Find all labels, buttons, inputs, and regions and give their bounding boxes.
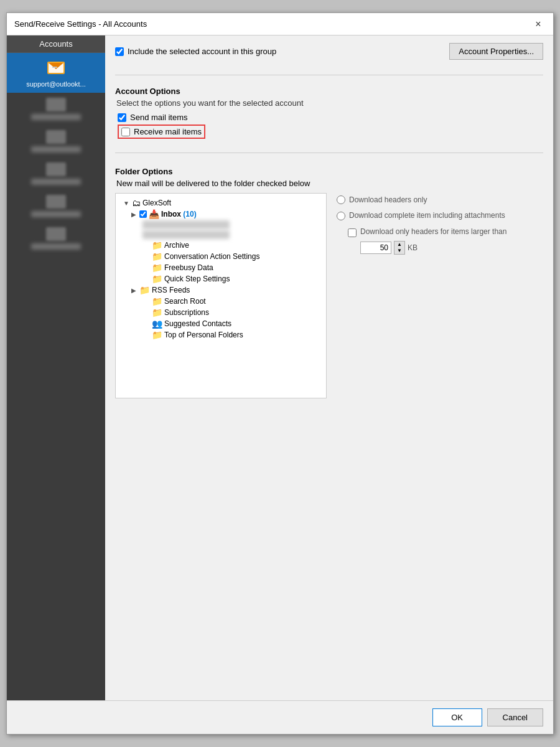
account-label-2 [31, 114, 81, 120]
dialog-title: Send/Receive Settings - All Accounts [14, 19, 147, 29]
send-mail-label: Send mail items [130, 113, 187, 122]
folder-tree[interactable]: ▼ 🗂 GlexSoft ▶ 📥 Inbox (10) [115, 193, 327, 398]
receive-mail-row: Receive mail items [118, 125, 205, 139]
headers-larger-row: Download only headers for items larger t… [348, 227, 543, 237]
svg-rect-3 [52, 67, 57, 68]
glexsoft-expand-icon: ▼ [123, 200, 130, 207]
tree-item-blurred-1 [118, 220, 324, 230]
folder-options-title: Folder Options [115, 167, 543, 176]
sidebar-item-4[interactable] [7, 157, 105, 190]
account-options-section: Account Options Select the options you w… [115, 87, 543, 141]
top-personal-folder-icon: 📁 [152, 330, 162, 340]
account-icon-2 [46, 98, 66, 111]
send-receive-dialog: Send/Receive Settings - All Accounts × A… [6, 12, 554, 735]
kb-label: KB [408, 243, 418, 252]
subscriptions-folder-icon: 📁 [152, 308, 162, 317]
rssfeeds-expand-icon: ▶ [130, 287, 138, 294]
download-headers-only-label: Download headers only [349, 195, 427, 204]
account-icon-6 [46, 227, 66, 241]
size-spinner-down[interactable]: ▼ [394, 248, 404, 254]
conversation-label: Conversation Action Settings [164, 252, 259, 261]
account-label-5 [31, 211, 81, 217]
ok-button[interactable]: OK [432, 708, 482, 726]
quickstep-folder-icon: 📁 [152, 274, 162, 284]
tree-item-inbox[interactable]: ▶ 📥 Inbox (10) [118, 209, 324, 220]
tree-item-conversation-action[interactable]: 📁 Conversation Action Settings [118, 251, 324, 262]
inbox-expand-icon: ▶ [130, 211, 138, 218]
account-properties-button[interactable]: Account Properties... [449, 43, 543, 60]
receive-mail-label: Receive mail items [134, 127, 202, 136]
download-complete-label: Download complete item including attachm… [349, 210, 505, 221]
suggested-contacts-icon: 👥 [152, 319, 162, 329]
sidebar-item-2[interactable] [7, 93, 105, 125]
download-complete-radio[interactable] [337, 212, 345, 220]
glexsoft-folder-icon: 🗂 [132, 198, 141, 208]
account-icon-3 [46, 130, 66, 144]
send-mail-checkbox[interactable] [118, 113, 126, 122]
archive-folder-icon: 📁 [152, 240, 162, 250]
tree-item-freebusy[interactable]: 📁 Freebusy Data [118, 262, 324, 273]
dialog-footer: OK Cancel [7, 700, 553, 734]
freebusy-folder-icon: 📁 [152, 263, 162, 273]
search-root-folder-icon: 📁 [152, 296, 162, 306]
send-mail-row: Send mail items [118, 113, 543, 122]
tree-item-rssfeeds[interactable]: ▶ 📁 RSS Feeds [118, 284, 324, 296]
inbox-folder-icon: 📥 [149, 209, 159, 219]
title-bar: Send/Receive Settings - All Accounts × [7, 13, 553, 35]
dialog-body: Accounts support@outlookt... [7, 35, 553, 700]
search-root-label: Search Root [164, 297, 206, 306]
account-options-title: Account Options [115, 87, 543, 96]
sidebar: Accounts support@outlookt... [7, 35, 105, 700]
archive-label: Archive [164, 241, 189, 250]
tree-item-subscriptions[interactable]: 📁 Subscriptions [118, 307, 324, 318]
receive-mail-checkbox[interactable] [121, 128, 130, 136]
folder-options-subtitle: New mail will be delivered to the folder… [116, 179, 543, 188]
main-content: Include the selected account in this gro… [105, 35, 553, 700]
sidebar-item-6[interactable] [7, 222, 105, 255]
sidebar-item-selected-account[interactable]: support@outlookt... [7, 53, 105, 93]
sidebar-item-3[interactable] [7, 125, 105, 157]
freebusy-label: Freebusy Data [164, 263, 213, 272]
divider-1 [115, 75, 543, 75]
blurred-folder-2 [142, 230, 230, 239]
headers-only-sub: Download only headers for items larger t… [348, 227, 543, 255]
suggested-contacts-label: Suggested Contacts [164, 319, 231, 328]
cancel-button[interactable]: Cancel [487, 708, 543, 726]
divider-2 [115, 153, 543, 153]
tree-item-quickstep[interactable]: 📁 Quick Step Settings [118, 273, 324, 284]
tree-item-top-personal[interactable]: 📁 Top of Personal Folders [118, 329, 324, 341]
top-personal-label: Top of Personal Folders [164, 331, 243, 339]
folder-options-section: Folder Options New mail will be delivere… [115, 167, 543, 398]
account-icon-4 [46, 162, 66, 176]
size-input[interactable] [360, 242, 391, 254]
conversation-folder-icon: 📁 [152, 251, 162, 261]
close-button[interactable]: × [531, 17, 546, 32]
inbox-count: (10) [183, 210, 196, 218]
sidebar-item-5[interactable] [7, 190, 105, 222]
download-headers-only-row: Download headers only [337, 195, 543, 204]
account-label-3 [31, 146, 81, 153]
account-icon-5 [46, 195, 66, 209]
download-only-headers-larger-checkbox[interactable] [348, 228, 357, 237]
sidebar-header: Accounts [7, 35, 105, 53]
tree-item-glexsoft[interactable]: ▼ 🗂 GlexSoft [118, 197, 324, 209]
include-account-label: Include the selected account in this gro… [128, 47, 276, 56]
glexsoft-label: GlexSoft [142, 199, 171, 207]
account-options-subtitle: Select the options you want for the sele… [116, 98, 543, 108]
quickstep-label: Quick Step Settings [164, 275, 230, 283]
tree-item-search-root[interactable]: 📁 Search Root [118, 296, 324, 307]
rssfeeds-label: RSS Feeds [152, 286, 190, 294]
include-account-checkbox[interactable] [115, 47, 124, 56]
account-label-4 [31, 179, 81, 185]
headers-larger-label: Download only headers for items larger t… [360, 227, 506, 236]
include-checkbox-row: Include the selected account in this gro… [115, 47, 276, 56]
size-spinner: ▲ ▼ [394, 241, 405, 255]
email-icon [46, 58, 66, 78]
size-spinner-up[interactable]: ▲ [394, 242, 404, 248]
download-headers-only-radio[interactable] [337, 195, 345, 204]
tree-item-archive[interactable]: 📁 Archive [118, 240, 324, 251]
include-account-row: Include the selected account in this gro… [115, 43, 543, 60]
tree-item-suggested-contacts[interactable]: 👥 Suggested Contacts [118, 318, 324, 329]
inbox-checkbox[interactable] [139, 210, 147, 218]
folder-download-row: ▼ 🗂 GlexSoft ▶ 📥 Inbox (10) [115, 193, 543, 398]
